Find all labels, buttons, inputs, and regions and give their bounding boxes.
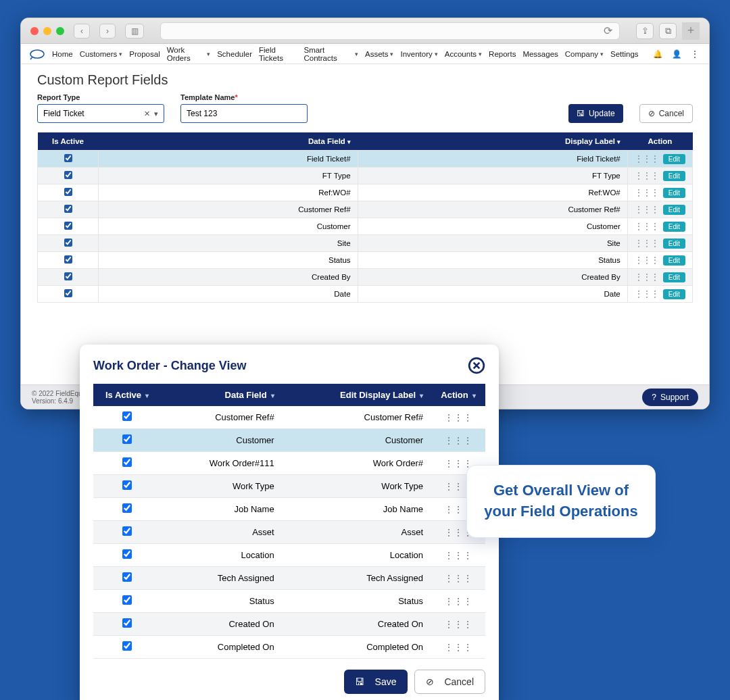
table-row[interactable]: AssetAsset⋮⋮⋮ (93, 521, 485, 544)
nav-proposal[interactable]: Proposal (129, 46, 160, 62)
edit-button[interactable]: Edit (663, 188, 685, 198)
edit-button[interactable]: Edit (663, 239, 685, 249)
table-row[interactable]: Created OnCreated On⋮⋮⋮ (93, 613, 485, 636)
filter-icon[interactable]: ▾ (617, 139, 620, 145)
chevron-down-icon[interactable]: ▾ (154, 109, 158, 118)
table-row[interactable]: Work TypeWork Type⋮⋮⋮ (93, 475, 485, 498)
nav-customers[interactable]: Customers▾ (80, 46, 123, 62)
filter-icon[interactable]: ▾ (347, 139, 351, 145)
table-row[interactable]: Job NameJob Name⋮⋮⋮ (93, 498, 485, 521)
edit-button[interactable]: Edit (663, 205, 685, 215)
drag-handle-icon[interactable]: ⋮⋮⋮ (635, 272, 659, 282)
app-logo-icon[interactable] (29, 48, 45, 60)
drag-handle-icon[interactable]: ⋮⋮⋮ (635, 205, 659, 214)
active-checkbox[interactable] (122, 526, 132, 536)
table-row[interactable]: DateDate⋮⋮⋮Edit (38, 286, 693, 303)
drag-handle-icon[interactable]: ⋮⋮⋮ (444, 435, 472, 446)
nav-smart-contracts[interactable]: Smart Contracts▾ (303, 46, 358, 62)
table-row[interactable]: CustomerCustomer⋮⋮⋮ (93, 429, 485, 452)
edit-button[interactable]: Edit (663, 222, 685, 232)
nav-assets[interactable]: Assets▾ (365, 46, 394, 62)
tabs-icon[interactable]: ⧉ (659, 23, 677, 39)
table-row[interactable]: CustomerCustomer⋮⋮⋮Edit (38, 218, 693, 235)
update-button[interactable]: 🖫 Update (568, 104, 623, 123)
active-checkbox[interactable] (122, 618, 132, 628)
col-is-active[interactable]: Is Active (38, 132, 99, 151)
nav-scheduler[interactable]: Scheduler (217, 46, 252, 62)
close-window-icon[interactable] (30, 27, 39, 35)
active-checkbox[interactable] (122, 411, 132, 421)
template-name-field[interactable]: Test 123 (180, 104, 308, 123)
support-button[interactable]: ? Support (642, 389, 698, 406)
active-checkbox[interactable] (122, 595, 132, 605)
table-row[interactable]: Field Ticket#Field Ticket#⋮⋮⋮Edit (38, 151, 693, 168)
active-checkbox[interactable] (64, 171, 72, 179)
filter-icon[interactable]: ▾ (420, 392, 423, 399)
table-row[interactable]: FT TypeFT Type⋮⋮⋮Edit (38, 168, 693, 184)
sidebar-toggle-icon[interactable]: ▥ (125, 24, 144, 39)
active-checkbox[interactable] (122, 457, 132, 467)
active-checkbox[interactable] (64, 205, 72, 213)
back-button[interactable]: ‹ (74, 24, 90, 39)
active-checkbox[interactable] (122, 641, 132, 651)
drag-handle-icon[interactable]: ⋮⋮⋮ (635, 222, 659, 231)
active-checkbox[interactable] (64, 188, 72, 196)
col2-data-field[interactable]: Data Field▾ (161, 384, 283, 406)
drag-handle-icon[interactable]: ⋮⋮⋮ (635, 239, 659, 248)
forward-button[interactable]: › (99, 24, 116, 39)
drag-handle-icon[interactable]: ⋮⋮⋮ (635, 188, 659, 197)
report-type-select[interactable]: Field Ticket ✕ ▾ (37, 104, 164, 123)
col2-action[interactable]: Action▾ (431, 384, 485, 406)
active-checkbox[interactable] (122, 480, 132, 490)
table-row[interactable]: Created ByCreated By⋮⋮⋮Edit (38, 269, 693, 286)
notifications-icon[interactable]: 🔔 (652, 49, 664, 59)
nav-company[interactable]: Company▾ (565, 46, 604, 62)
table-row[interactable]: StatusStatus⋮⋮⋮Edit (38, 252, 693, 269)
drag-handle-icon[interactable]: ⋮⋮⋮ (444, 619, 472, 630)
active-checkbox[interactable] (122, 572, 132, 582)
drag-handle-icon[interactable]: ⋮⋮⋮ (635, 255, 659, 265)
drag-handle-icon[interactable]: ⋮⋮⋮ (444, 412, 472, 423)
active-checkbox[interactable] (64, 272, 72, 280)
nav-work-orders[interactable]: Work Orders▾ (167, 46, 210, 62)
nav-reports[interactable]: Reports (489, 46, 516, 62)
nav-settings[interactable]: Settings (610, 46, 639, 62)
active-checkbox[interactable] (64, 239, 72, 247)
table-row[interactable]: SiteSite⋮⋮⋮Edit (38, 235, 693, 252)
maximize-window-icon[interactable] (56, 27, 64, 35)
active-checkbox[interactable] (64, 289, 72, 297)
refresh-icon[interactable]: ⟳ (604, 24, 612, 37)
col-data-field[interactable]: Data Field ▾ (99, 132, 358, 151)
drag-handle-icon[interactable]: ⋮⋮⋮ (444, 573, 472, 584)
nav-accounts[interactable]: Accounts▾ (445, 46, 482, 62)
edit-button[interactable]: Edit (663, 272, 685, 282)
edit-button[interactable]: Edit (663, 154, 685, 164)
user-avatar-icon[interactable]: 👤 (671, 49, 682, 59)
filter-icon[interactable]: ▾ (472, 392, 476, 399)
table-row[interactable]: Completed OnCompleted On⋮⋮⋮ (93, 636, 485, 659)
table-row[interactable]: LocationLocation⋮⋮⋮ (93, 544, 485, 567)
active-checkbox[interactable] (122, 434, 132, 444)
filter-icon[interactable]: ▾ (145, 392, 149, 399)
drag-handle-icon[interactable]: ⋮⋮⋮ (635, 171, 659, 180)
edit-button[interactable]: Edit (663, 289, 685, 299)
active-checkbox[interactable] (122, 503, 132, 513)
drag-handle-icon[interactable]: ⋮⋮⋮ (444, 458, 472, 469)
clear-icon[interactable]: ✕ (144, 109, 150, 118)
edit-button[interactable]: Edit (663, 171, 685, 181)
table-row[interactable]: Customer Ref#Customer Ref#⋮⋮⋮Edit (38, 201, 693, 218)
modal-cancel-button[interactable]: ⊘ Cancel (414, 670, 485, 694)
active-checkbox[interactable] (64, 222, 72, 230)
col-display-label[interactable]: Display Label ▾ (358, 132, 627, 151)
share-icon[interactable]: ⇪ (636, 23, 654, 39)
drag-handle-icon[interactable]: ⋮⋮⋮ (635, 289, 659, 299)
table-row[interactable]: Customer Ref#Customer Ref#⋮⋮⋮ (93, 406, 485, 429)
edit-button[interactable]: Edit (663, 255, 685, 266)
nav-home[interactable]: Home (52, 46, 73, 62)
url-bar[interactable]: ⟳ (160, 22, 620, 40)
active-checkbox[interactable] (64, 154, 72, 162)
drag-handle-icon[interactable]: ⋮⋮⋮ (444, 550, 472, 561)
table-row[interactable]: Work Order#111Work Order#⋮⋮⋮ (93, 452, 485, 475)
close-modal-button[interactable] (468, 357, 485, 374)
filter-icon[interactable]: ▾ (271, 392, 274, 399)
